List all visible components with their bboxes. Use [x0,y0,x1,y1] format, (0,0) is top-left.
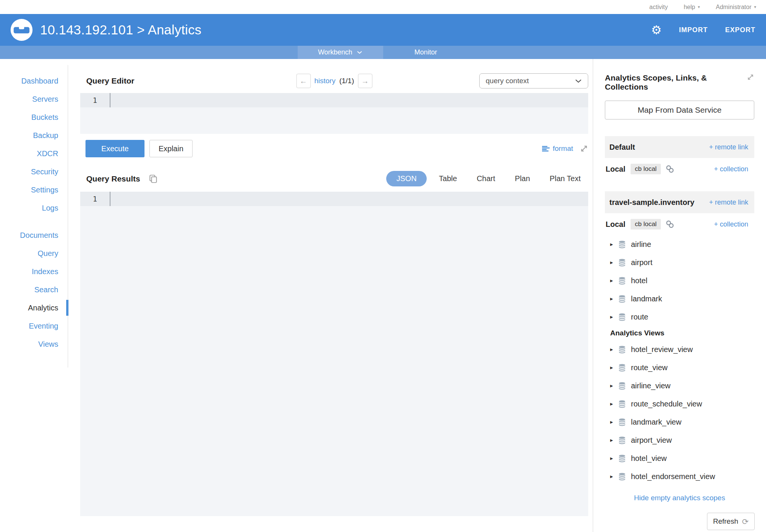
sidebar-item-views[interactable]: Views [0,335,68,353]
view-item-landmark-view[interactable]: ▸ landmark_view [605,413,754,431]
expander-icon[interactable]: ▸ [610,382,617,389]
sidebar-item-backup[interactable]: Backup [0,126,68,144]
sidebar-item-indexes[interactable]: Indexes [0,262,68,281]
query-context-value: query context [486,77,529,85]
view-label: hotel_review_view [631,345,693,354]
format-button[interactable]: format [542,144,573,153]
view-item-airline-view[interactable]: ▸ airline_view [605,377,754,395]
history-link[interactable]: history [314,77,336,85]
expander-icon[interactable]: ▸ [610,295,617,302]
cb-local-badge: cb local [631,164,661,174]
collection-item-airline[interactable]: ▸ airline [605,235,754,253]
expander-icon[interactable]: ▸ [610,473,617,480]
workbench-main: Query Editor ← history (1/1) → query con… [68,59,593,532]
expander-icon[interactable]: ▸ [610,419,617,425]
expander-icon[interactable]: ▸ [610,437,617,444]
sidebar-item-search[interactable]: Search [0,281,68,299]
add-remote-link[interactable]: + remote link [709,199,748,206]
sidebar-item-eventing[interactable]: Eventing [0,317,68,335]
export-button[interactable]: EXPORT [725,26,755,34]
collection-item-hotel[interactable]: ▸ hotel [605,271,754,290]
database-icon [618,345,626,354]
results-active-line: 1 [80,192,588,206]
expander-icon[interactable]: ▸ [610,259,617,266]
scope-name: Default [609,143,635,152]
tab-monitor-label: Monitor [414,48,437,56]
sidebar-item-security[interactable]: Security [0,163,68,181]
sidebar-item-logs[interactable]: Logs [0,199,68,217]
sidebar-item-settings[interactable]: Settings [0,181,68,199]
database-icon [618,472,626,481]
local-link-row: Local cb local + collection [605,158,754,180]
chevron-down-icon [575,79,582,83]
view-item-route-schedule-view[interactable]: ▸ route_schedule_view [605,395,754,413]
scope-header-default: Default + remote link [605,136,754,158]
help-menu[interactable]: help ▾ [684,4,700,11]
add-remote-link[interactable]: + remote link [709,143,748,151]
expander-icon[interactable]: ▸ [610,277,617,284]
copy-results-icon[interactable] [148,174,158,184]
sidebar-item-query[interactable]: Query [0,244,68,262]
results-view-tabs: JSON Table Chart Plan Plan Text [386,171,588,186]
gear-icon[interactable]: ⚙ [651,24,662,36]
collection-item-landmark[interactable]: ▸ landmark [605,290,754,308]
history-controls: ← history (1/1) → [296,74,372,88]
user-label: Administrator [716,4,751,11]
view-item-airport-view[interactable]: ▸ airport_view [605,431,754,449]
expander-icon[interactable]: ▸ [610,364,617,371]
import-button[interactable]: IMPORT [679,26,708,34]
expander-icon[interactable]: ▸ [610,346,617,353]
collection-item-route[interactable]: ▸ route [605,308,754,326]
expander-icon[interactable]: ▸ [610,400,617,407]
tab-monitor[interactable]: Monitor [383,46,469,59]
add-collection-link[interactable]: + collection [714,220,748,228]
results-tab-plan[interactable]: Plan [507,171,538,186]
expander-icon[interactable]: ▸ [610,241,617,248]
caret-down-icon: ▾ [698,5,700,9]
sidebar-item-xdcr[interactable]: XDCR [0,144,68,163]
results-tab-json[interactable]: JSON [386,171,427,186]
refresh-icon: ⟳ [742,518,749,526]
results-tab-chart[interactable]: Chart [469,171,503,186]
activity-link[interactable]: activity [649,4,668,11]
database-icon [618,382,626,390]
view-item-hotel-review-view[interactable]: ▸ hotel_review_view [605,340,754,358]
sidebar-item-documents[interactable]: Documents [0,226,68,244]
execute-button[interactable]: Execute [85,140,144,157]
user-menu[interactable]: Administrator ▾ [716,4,756,11]
view-item-hotel-view[interactable]: ▸ hotel_view [605,449,754,467]
app-header: 10.143.192.101 > Analytics ⚙ IMPORT EXPO… [0,14,766,46]
results-tab-plan-text[interactable]: Plan Text [542,171,588,186]
expander-icon[interactable]: ▸ [610,313,617,320]
explain-button[interactable]: Explain [149,140,193,157]
editor-line-number: 1 [80,93,110,107]
results-line-number: 1 [80,192,110,206]
map-from-data-service-button[interactable]: Map From Data Service [605,101,754,119]
hide-empty-scopes-link[interactable]: Hide empty analytics scopes [605,494,754,502]
query-editor-area[interactable]: 1 [80,93,588,134]
view-item-route-view[interactable]: ▸ route_view [605,358,754,377]
expander-icon[interactable]: ▸ [610,455,617,462]
editor-body[interactable] [80,107,588,134]
history-next-button[interactable]: → [358,74,372,88]
query-context-select[interactable]: query context [479,73,588,88]
editor-expand-icon[interactable] [580,144,588,153]
sidebar-item-analytics[interactable]: Analytics [0,299,68,317]
analytics-scopes-panel: Analytics Scopes, Links, & Collections M… [593,59,766,532]
collection-label: route [631,313,648,321]
collection-item-airport[interactable]: ▸ airport [605,253,754,271]
refresh-button[interactable]: Refresh ⟳ [707,513,755,530]
sidebar-item-buckets[interactable]: Buckets [0,108,68,126]
map-button-label: Map From Data Service [638,105,722,114]
sidebar-item-servers[interactable]: Servers [0,90,68,108]
history-prev-button[interactable]: ← [296,74,311,88]
page-title: 10.143.192.101 > Analytics [40,22,202,37]
sidebar-item-dashboard[interactable]: Dashboard [0,72,68,90]
view-item-hotel-endorsement-view[interactable]: ▸ hotel_endorsement_view [605,467,754,485]
analytics-views-header: Analytics Views [605,326,754,340]
add-collection-link[interactable]: + collection [714,165,748,173]
tab-workbench[interactable]: Workbench [298,46,383,59]
results-tab-table[interactable]: Table [431,171,465,186]
execute-label: Execute [101,144,129,153]
panel-expand-icon[interactable] [747,73,754,81]
